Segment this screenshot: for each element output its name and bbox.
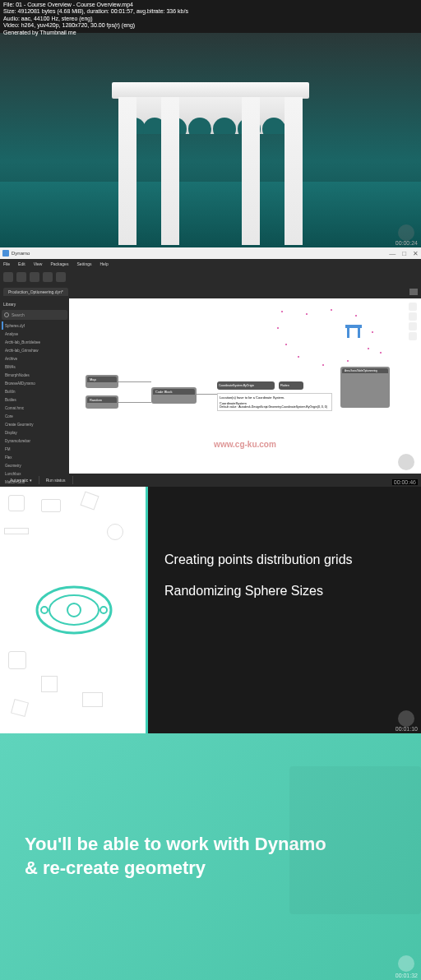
svg-point-4 bbox=[100, 607, 107, 613]
menu-view[interactable]: View bbox=[34, 261, 43, 266]
maximize-icon[interactable]: □ bbox=[402, 250, 406, 257]
zoom-fit-icon[interactable] bbox=[409, 303, 417, 311]
point-cloud bbox=[273, 307, 388, 372]
tab-bar: Production_Optioneering.dyn* bbox=[0, 285, 421, 298]
tooltip-line: Location(s) have to be a Coordinate Syst… bbox=[220, 395, 330, 400]
node-coord[interactable]: CoordinateSystem.ByOrigin bbox=[217, 381, 275, 390]
menu-bar: File Edit View Packages Settings Help bbox=[0, 259, 421, 269]
menu-settings[interactable]: Settings bbox=[76, 261, 91, 266]
wire bbox=[197, 394, 217, 395]
sidebar-category[interactable]: Dynamoforebar bbox=[2, 437, 67, 445]
node-graph: Map Random Code Block CoordinateSystem.B… bbox=[86, 367, 405, 432]
center-oval-icon bbox=[33, 581, 115, 639]
library-sidebar: Library Search Spheres.dyfAnalyseArchi-l… bbox=[0, 298, 69, 474]
overlay-button[interactable] bbox=[398, 454, 414, 470]
wire bbox=[118, 402, 151, 403]
sidebar-category[interactable]: Comat.hmc bbox=[2, 404, 67, 412]
close-icon[interactable]: ✕ bbox=[413, 250, 419, 257]
sidebar-category[interactable]: Geometry bbox=[2, 461, 67, 469]
app-icon bbox=[2, 250, 9, 257]
meta-gen: Generated by Thumbnail me bbox=[3, 30, 188, 36]
meta-audio: Audio: aac, 44100 Hz, stereo (eng) bbox=[3, 16, 188, 22]
sidebar-category[interactable]: Create Geometry bbox=[2, 420, 67, 428]
node-flatten[interactable]: Flatten bbox=[279, 381, 303, 390]
render-background bbox=[0, 33, 421, 247]
minimize-icon[interactable]: — bbox=[389, 250, 396, 257]
table-leg bbox=[242, 97, 260, 245]
table-leg bbox=[161, 97, 179, 245]
menu-packages[interactable]: Packages bbox=[50, 261, 68, 266]
node-random[interactable]: Random bbox=[86, 395, 118, 409]
node-map[interactable]: Map bbox=[86, 375, 118, 388]
window-titlebar: Dynamo — □ ✕ bbox=[0, 247, 421, 259]
table-apron bbox=[118, 97, 303, 134]
toolbar-redo-icon[interactable] bbox=[56, 272, 66, 282]
toolbar-save-icon[interactable] bbox=[30, 272, 39, 282]
node-codeblock[interactable]: Code Block bbox=[151, 387, 197, 404]
library-header: Library bbox=[2, 300, 67, 308]
meta-video: Video: h264, yuv420p, 1280x720, 30.00 fp… bbox=[3, 22, 188, 29]
table-leg bbox=[285, 97, 303, 245]
node-tooltip: Location(s) have to be a Coordinate Syst… bbox=[217, 393, 332, 411]
panel-slide-teal: You'll be able to work with Dynamo & re-… bbox=[0, 733, 421, 980]
timestamp: 00:01:32 bbox=[396, 973, 418, 978]
sidebar-category[interactable]: Spheres.dyf bbox=[2, 321, 67, 330]
sidebar-category[interactable]: Core bbox=[2, 412, 67, 420]
sidebar-category[interactable]: Buttles bbox=[2, 395, 67, 404]
timestamp: 00:00:46 bbox=[392, 479, 418, 485]
document-tab[interactable]: Production_Optioneering.dyn* bbox=[3, 288, 68, 296]
menu-edit[interactable]: Edit bbox=[18, 261, 25, 266]
menu-help[interactable]: Help bbox=[99, 261, 108, 266]
search-input[interactable]: Search bbox=[2, 310, 67, 320]
run-mode[interactable]: Automatic ▾ bbox=[3, 476, 39, 484]
toolbar-open-icon[interactable] bbox=[16, 272, 26, 282]
slide-text: Creating points distribution grids Rando… bbox=[148, 487, 421, 733]
toolbar-undo-icon[interactable] bbox=[43, 272, 53, 282]
table-top bbox=[112, 82, 309, 99]
tab-label: Production_Optioneering.dyn* bbox=[8, 289, 63, 294]
sidebar-category[interactable]: BuiltIn bbox=[2, 387, 67, 395]
scallop-cut bbox=[213, 118, 236, 134]
sidebar-category[interactable]: Flex bbox=[2, 453, 67, 461]
app-title: Dynamo bbox=[12, 251, 30, 256]
overlay-button[interactable] bbox=[398, 710, 414, 727]
svg-point-2 bbox=[67, 603, 81, 617]
wire bbox=[118, 381, 151, 382]
panel-dynamo: Dynamo — □ ✕ File Edit View Packages Set… bbox=[0, 247, 421, 487]
scallop-cut bbox=[188, 118, 211, 134]
scallop-cut bbox=[262, 118, 285, 134]
overlay-button[interactable] bbox=[398, 224, 414, 241]
toolbar-new-icon[interactable] bbox=[3, 272, 13, 282]
tooltip-line: Default value : Autodesk.DesignScript.Ge… bbox=[220, 405, 330, 409]
node-optioneer[interactable]: Area.SocialTableOptioneering bbox=[340, 367, 390, 408]
accent-border bbox=[146, 487, 148, 733]
laptop-image bbox=[289, 766, 421, 914]
zoom-out-icon[interactable] bbox=[409, 322, 417, 331]
sidebar-category[interactable]: Archi-lab_Bumblebee bbox=[2, 338, 67, 346]
sidebar-category[interactable]: BrowseAllDynamo bbox=[2, 379, 67, 387]
overlay-button[interactable] bbox=[398, 955, 414, 972]
svg-point-3 bbox=[41, 607, 48, 613]
panel-slide-icons: Creating points distribution grids Rando… bbox=[0, 487, 421, 733]
svg-point-1 bbox=[49, 595, 99, 625]
camera-icon[interactable] bbox=[409, 289, 418, 295]
table-preview-icon bbox=[344, 323, 363, 340]
sidebar-category[interactable]: Archive bbox=[2, 354, 67, 363]
sidebar-category[interactable]: FM bbox=[2, 445, 67, 453]
meta-size: Size: 4912081 bytes (4.68 MiB), duration… bbox=[3, 8, 188, 15]
timestamp: 00:00:24 bbox=[396, 240, 418, 246]
node-canvas[interactable]: Map Random Code Block CoordinateSystem.B… bbox=[69, 298, 421, 474]
pan-icon[interactable] bbox=[409, 332, 417, 340]
app-body: Library Search Spheres.dyfAnalyseArchi-l… bbox=[0, 298, 421, 474]
sidebar-category[interactable]: Analyse bbox=[2, 330, 67, 338]
sidebar-category[interactable]: BimorphNodes bbox=[2, 371, 67, 379]
zoom-in-icon[interactable] bbox=[409, 312, 417, 321]
icon-strip bbox=[0, 487, 148, 733]
sidebar-category[interactable]: Display bbox=[2, 428, 67, 437]
search-icon bbox=[4, 312, 9, 317]
window-buttons: — □ ✕ bbox=[389, 250, 419, 257]
menu-file[interactable]: File bbox=[3, 261, 10, 266]
sidebar-category[interactable]: BIM4s bbox=[2, 363, 67, 371]
sidebar-category[interactable]: Archi-lab_Grimshaw bbox=[2, 346, 67, 354]
meta-file: File: 01 - Course Overview - Course Over… bbox=[3, 2, 188, 8]
